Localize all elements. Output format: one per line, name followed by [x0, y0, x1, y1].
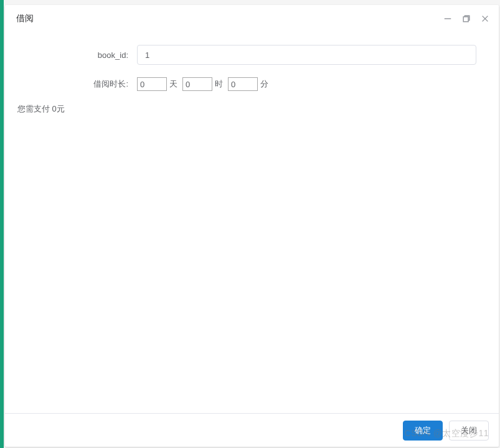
payment-amount-text: 您需支付 0元 [17, 103, 486, 115]
book-id-label: book_id: [17, 50, 137, 60]
dialog-body: book_id: 借阅时长: 天 时 分 您需支付 0元 [5, 32, 499, 413]
book-id-input[interactable] [137, 45, 476, 65]
borrow-dialog: 借阅 book_id: 借阅时长: [5, 5, 499, 447]
minutes-input[interactable] [228, 77, 258, 91]
hours-input[interactable] [182, 77, 212, 91]
confirm-button[interactable]: 确定 [403, 421, 443, 441]
svg-rect-1 [463, 17, 468, 22]
dialog-footer: 确定 关闭 [5, 413, 499, 447]
form-row-book-id: book_id: [17, 45, 486, 65]
close-icon[interactable] [480, 14, 490, 24]
duration-label: 借阅时长: [17, 79, 137, 90]
dialog-title: 借阅 [16, 13, 443, 24]
minimize-icon[interactable] [443, 14, 453, 24]
close-button[interactable]: 关闭 [449, 421, 489, 441]
duration-control: 天 时 分 [137, 77, 486, 91]
days-unit: 天 [169, 79, 177, 90]
fullscreen-icon[interactable] [461, 14, 471, 24]
form-row-duration: 借阅时长: 天 时 分 [17, 77, 486, 91]
book-id-control [137, 45, 486, 65]
header-window-controls [443, 14, 490, 24]
minutes-unit: 分 [260, 79, 268, 90]
days-input[interactable] [137, 77, 167, 91]
hours-unit: 时 [215, 79, 223, 90]
background-sliver [0, 0, 4, 448]
dialog-header: 借阅 [5, 5, 499, 32]
